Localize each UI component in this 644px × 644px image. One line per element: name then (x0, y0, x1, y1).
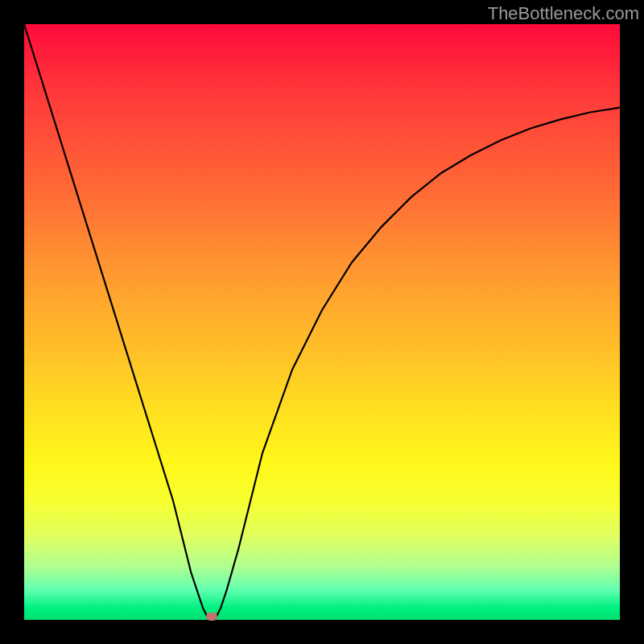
chart-frame: TheBottleneck.com (0, 0, 644, 644)
watermark-text: TheBottleneck.com (488, 3, 639, 24)
bottleneck-point-marker (206, 613, 217, 621)
bottleneck-curve (24, 24, 620, 620)
